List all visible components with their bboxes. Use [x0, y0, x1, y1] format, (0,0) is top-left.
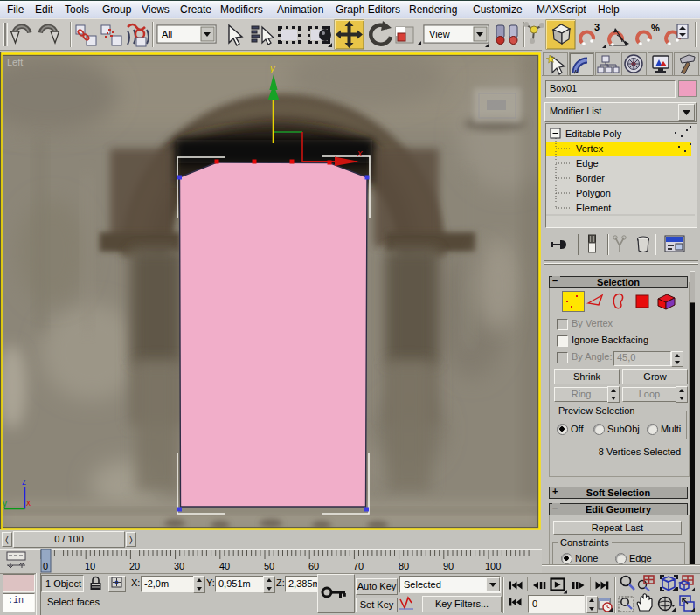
svg-text:%: % — [651, 23, 660, 33]
svg-text:100: 100 — [485, 561, 501, 571]
svg-text:x: x — [357, 148, 363, 158]
svg-text:30: 30 — [174, 561, 184, 571]
svg-text:0: 0 — [43, 561, 48, 571]
svg-text:90: 90 — [443, 561, 454, 571]
svg-text:x: x — [26, 498, 31, 508]
svg-text:All: All — [162, 29, 172, 39]
svg-text:10: 10 — [85, 561, 95, 571]
svg-text:40: 40 — [219, 561, 230, 571]
svg-text:20: 20 — [129, 561, 140, 571]
svg-text:70: 70 — [353, 561, 364, 571]
svg-text:z: z — [22, 477, 26, 487]
svg-text:Element: Element — [576, 203, 611, 213]
svg-text:3: 3 — [594, 22, 600, 32]
svg-text:Left: Left — [7, 57, 23, 67]
svg-text:View: View — [429, 29, 450, 39]
svg-text:Border: Border — [576, 173, 605, 183]
svg-text:Edge: Edge — [576, 158, 599, 169]
svg-text:Polygon: Polygon — [576, 188, 611, 198]
svg-text:80: 80 — [399, 561, 409, 571]
svg-text:60: 60 — [308, 561, 319, 571]
svg-text:Vertex: Vertex — [576, 143, 604, 154]
svg-text:Editable Poly: Editable Poly — [565, 128, 622, 139]
svg-text:50: 50 — [264, 561, 274, 571]
